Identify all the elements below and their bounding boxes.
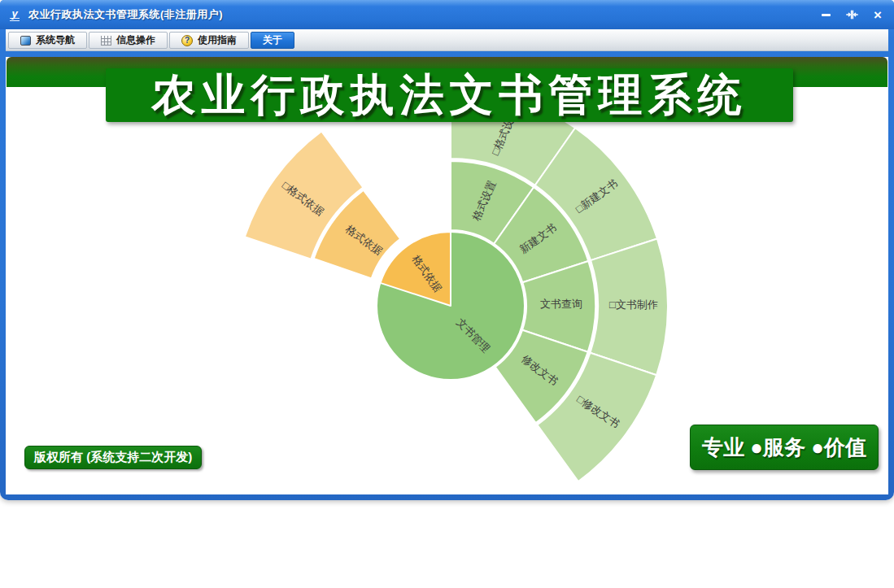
banner: 农业行政执法文书管理系统 [106, 68, 793, 122]
copyright-badge: 版权所有 (系统支持二次开发) [24, 446, 202, 469]
screen: y 农业行政执法文书管理系统(非注册用户) × [0, 0, 894, 588]
page-title: 农业行政执法文书管理系统 [152, 66, 748, 125]
slogan-badge: 专业 ●服务 ●价值 [690, 425, 879, 470]
sunburst-label: □文书制作 [609, 298, 658, 311]
sunburst-label: 文书查询 [540, 298, 582, 310]
